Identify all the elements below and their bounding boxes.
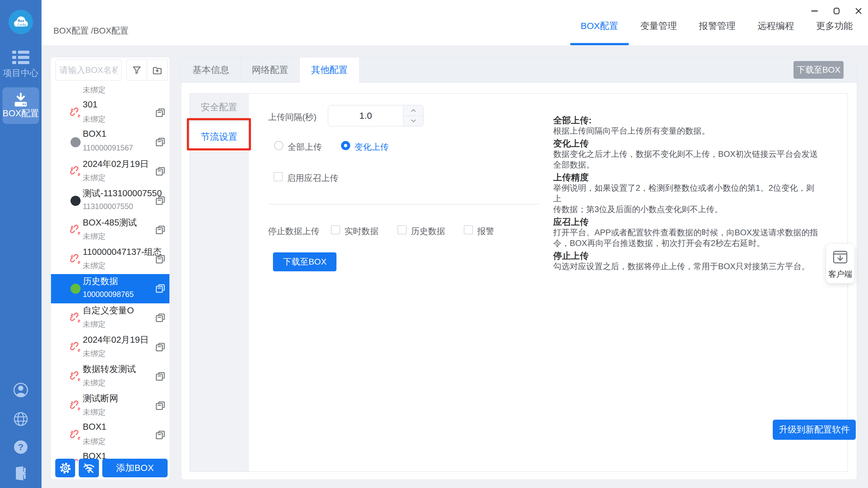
config-tabs: 基本信息 网络配置 其他配置 (181, 57, 857, 83)
list-item[interactable]: 自定义变量O 未绑定 (51, 303, 169, 333)
broken-link-icon (70, 254, 81, 265)
gear-icon (59, 462, 71, 474)
minimize-icon[interactable] (810, 6, 819, 15)
help-icon[interactable]: ? (13, 439, 29, 455)
search-input[interactable] (56, 60, 122, 80)
broken-link-icon (70, 342, 81, 353)
box-list: 未绑定 301 未绑定 BOX1 110000091567 (51, 86, 169, 461)
client-download-widget[interactable]: 客户端 (826, 244, 854, 283)
sidebar-item-label: 项目中心 (3, 68, 38, 78)
upgrade-button[interactable]: 升级到新配置软件 (773, 420, 856, 440)
help-line: 传数据；第3位及后面的小数点变化则不上传。 (553, 204, 822, 215)
close-icon[interactable] (854, 6, 863, 15)
download-to-box-top-button[interactable]: 下载至BOX (794, 61, 844, 79)
list-item[interactable]: 2024年02月19日 未绑定 (51, 333, 169, 362)
sidebar-item-project-center[interactable]: 项目中心 (0, 51, 41, 79)
header: BOX配置 /BOX配置 BOX配置 变量管理 报警管理 远程编程 更多功能 (41, 0, 868, 45)
radio-upload-all[interactable] (274, 141, 283, 150)
help-title: 停止上传 (553, 251, 822, 261)
globe-icon[interactable] (13, 411, 29, 427)
subnav-item-security[interactable]: 安全配置 (190, 94, 248, 121)
copy-icon[interactable] (155, 225, 166, 236)
help-line: 打开平台、APP或者配置软件查看数据的时候，向BOX发送请求数据的指 (553, 227, 822, 238)
top-nav: BOX配置 变量管理 报警管理 远程编程 更多功能 (580, 20, 854, 35)
stop-alarm-checkbox[interactable] (464, 225, 473, 234)
broken-link-icon (70, 313, 81, 324)
user-icon[interactable] (13, 382, 29, 398)
broken-link-icon (70, 225, 81, 236)
other-config-panel: 安全配置 节流设置 上传间隔(秒) 1.0 全部上传 (190, 93, 848, 472)
nav-tab-more-functions[interactable]: 更多功能 (815, 20, 854, 35)
copy-icon[interactable] (155, 342, 166, 353)
filter-icon[interactable] (127, 60, 147, 80)
tab-basic-info[interactable]: 基本信息 (181, 57, 241, 83)
list-item[interactable]: 301 未绑定 (51, 98, 169, 128)
stop-realtime-checkbox[interactable] (331, 225, 340, 234)
radio-upload-on-change[interactable] (341, 141, 350, 150)
interval-stepper (403, 105, 423, 126)
list-item[interactable]: BOX-485测试 未绑定 (51, 216, 169, 245)
spinner-down-icon[interactable] (403, 116, 423, 126)
tab-other-config[interactable]: 其他配置 (300, 57, 359, 83)
breadcrumb: BOX配置 /BOX配置 (54, 25, 128, 37)
tab-network-config[interactable]: 网络配置 (241, 57, 300, 83)
copy-icon[interactable] (155, 400, 166, 412)
window-controls (810, 5, 863, 17)
copy-icon[interactable] (155, 254, 166, 265)
help-line: 令，BOX再向平台推送数据，初次打开会有2秒左右延时。 (553, 238, 822, 249)
copy-icon[interactable] (155, 137, 166, 148)
list-item[interactable]: 数据转发测试 未绑定 (51, 362, 169, 391)
copy-icon[interactable] (155, 313, 166, 324)
list-item[interactable]: BOX1 110000091567 (51, 128, 169, 157)
offline-mode-button[interactable] (79, 459, 99, 477)
list-item[interactable]: 测试-113100007550 113100007550 (51, 186, 169, 216)
copy-icon[interactable] (155, 283, 166, 294)
settings-button[interactable] (55, 459, 75, 477)
spinner-up-icon[interactable] (403, 105, 423, 116)
project-grid-icon (12, 51, 29, 64)
oncall-upload-label: 启用应召上传 (287, 172, 338, 184)
list-item[interactable]: 2024年02月19日 未绑定 (51, 157, 169, 186)
list-item[interactable]: 110000047137-组态 未绑定 (51, 245, 169, 274)
upload-interval-value: 1.0 (328, 105, 403, 126)
sidebar-footer: 添加BOX (51, 459, 170, 478)
upload-interval-input[interactable]: 1.0 (328, 105, 424, 126)
stop-alarm-label: 报警 (477, 226, 494, 237)
box-download-icon (12, 92, 29, 108)
status-offline-dot (70, 137, 81, 148)
nav-tab-alarm-mgmt[interactable]: 报警管理 (698, 20, 736, 35)
list-item-selected[interactable]: 历史数据 100000098765 (51, 274, 169, 303)
download-to-box-button[interactable]: 下载至BOX (273, 252, 337, 271)
sidebar-item-box-config[interactable]: BOX配置 (2, 87, 39, 124)
help-line: 全部数据。 (553, 160, 822, 170)
status-online-dot (70, 284, 81, 294)
stop-history-checkbox[interactable] (398, 225, 407, 234)
radio-upload-on-change-label: 变化上传 (354, 141, 389, 153)
add-box-button[interactable]: 添加BOX (102, 459, 167, 477)
oncall-upload-checkbox[interactable] (274, 172, 283, 181)
logout-icon[interactable] (13, 465, 29, 481)
maximize-icon[interactable] (832, 6, 841, 15)
stop-history-label: 历史数据 (411, 226, 445, 237)
folder-add-icon[interactable] (147, 60, 167, 80)
left-rail: Box Config 项目中心 BOX配置 (0, 0, 41, 488)
list-item[interactable]: 未绑定 (51, 86, 169, 98)
client-download-icon (831, 249, 849, 265)
list-item[interactable]: 测试断网 未绑定 (51, 391, 169, 421)
list-item[interactable]: BOX1 未绑定 (51, 421, 169, 450)
copy-icon[interactable] (155, 107, 166, 119)
help-title: 变化上传 (553, 138, 822, 149)
nav-tab-variable-mgmt[interactable]: 变量管理 (640, 20, 678, 35)
copy-icon[interactable] (155, 195, 166, 206)
svg-text:Config: Config (18, 23, 26, 27)
status-dark-dot (70, 196, 81, 206)
nav-tab-box-config[interactable]: BOX配置 (580, 20, 619, 35)
svg-text:?: ? (18, 442, 24, 452)
wifi-off-icon (83, 462, 95, 475)
copy-icon[interactable] (155, 430, 166, 441)
copy-icon[interactable] (155, 371, 166, 382)
section-divider (268, 204, 539, 204)
copy-icon[interactable] (155, 166, 166, 177)
nav-tab-remote-programming[interactable]: 远程编程 (757, 20, 795, 35)
stop-realtime-label: 实时数据 (344, 226, 379, 237)
